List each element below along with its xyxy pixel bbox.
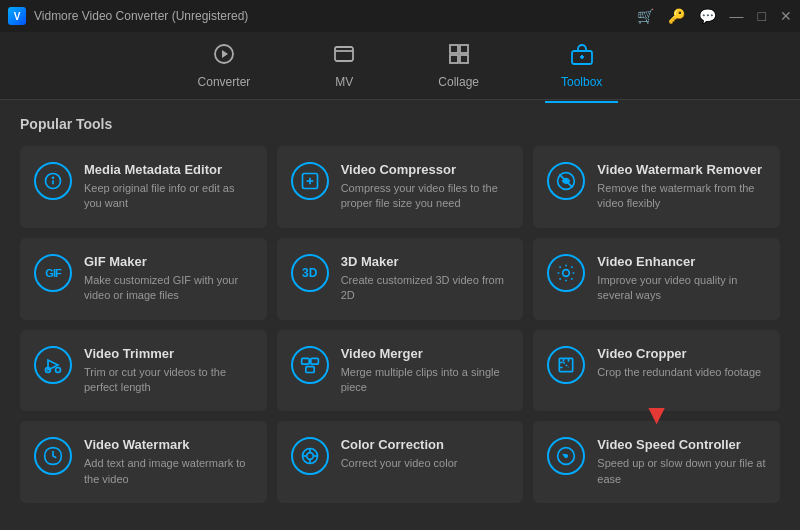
video-trimmer-icon: [34, 346, 72, 384]
svg-rect-5: [450, 55, 458, 63]
video-cropper-desc: Crop the redundant video footage: [597, 365, 761, 380]
svg-line-17: [560, 174, 573, 187]
svg-rect-22: [310, 358, 318, 364]
tools-grid: Media Metadata Editor Keep original file…: [20, 146, 780, 503]
gift-icon[interactable]: 🔑: [668, 8, 685, 24]
tool-card-3d-maker[interactable]: 3D 3D Maker Create customized 3D video f…: [277, 238, 524, 320]
minimize-icon[interactable]: —: [730, 8, 744, 24]
video-compressor-title: Video Compressor: [341, 162, 510, 177]
video-merger-desc: Merge multiple clips into a single piece: [341, 365, 510, 396]
svg-point-18: [563, 269, 570, 276]
nav-item-converter[interactable]: Converter: [182, 36, 267, 95]
media-metadata-text: Media Metadata Editor Keep original file…: [84, 162, 253, 212]
nav-item-collage[interactable]: Collage: [422, 36, 495, 95]
chat-icon[interactable]: 💬: [699, 8, 716, 24]
cart-icon[interactable]: 🛒: [637, 8, 654, 24]
video-watermark-text: Video Watermark Add text and image water…: [84, 437, 253, 487]
3d-maker-text: 3D Maker Create customized 3D video from…: [341, 254, 510, 304]
video-compressor-desc: Compress your video files to the proper …: [341, 181, 510, 212]
video-cropper-icon: [547, 346, 585, 384]
color-correction-icon: [291, 437, 329, 475]
tool-card-video-merger[interactable]: Video Merger Merge multiple clips into a…: [277, 330, 524, 412]
tool-card-video-watermark-remover[interactable]: Video Watermark Remover Remove the water…: [533, 146, 780, 228]
nav-bar: Converter MV Collage: [0, 32, 800, 100]
tool-card-video-compressor[interactable]: Video Compressor Compress your video fil…: [277, 146, 524, 228]
tool-card-video-trimmer[interactable]: Video Trimmer Trim or cut your videos to…: [20, 330, 267, 412]
gif-maker-title: GIF Maker: [84, 254, 253, 269]
video-trimmer-title: Video Trimmer: [84, 346, 253, 361]
tool-card-gif-maker[interactable]: GIF GIF Maker Make customized GIF with y…: [20, 238, 267, 320]
svg-rect-6: [460, 55, 468, 63]
main-content: Popular Tools Media Metadata Editor Keep…: [0, 100, 800, 530]
media-metadata-icon: [34, 162, 72, 200]
video-merger-text: Video Merger Merge multiple clips into a…: [341, 346, 510, 396]
color-correction-text: Color Correction Correct your video colo…: [341, 437, 458, 471]
video-cropper-title: Video Cropper: [597, 346, 761, 361]
video-cropper-text: Video Cropper Crop the redundant video f…: [597, 346, 761, 380]
toolbox-icon: [570, 42, 594, 71]
svg-rect-21: [301, 358, 309, 364]
nav-item-mv[interactable]: MV: [316, 36, 372, 95]
video-speed-controller-title: Video Speed Controller: [597, 437, 766, 452]
section-title: Popular Tools: [20, 116, 780, 132]
nav-mv-label: MV: [335, 75, 353, 89]
svg-point-32: [565, 455, 568, 458]
3d-maker-title: 3D Maker: [341, 254, 510, 269]
tool-card-video-enhancer[interactable]: Video Enhancer Improve your video qualit…: [533, 238, 780, 320]
video-watermark-remover-icon: [547, 162, 585, 200]
red-arrow-indicator: ▼: [643, 401, 671, 429]
color-correction-title: Color Correction: [341, 437, 458, 452]
tool-card-color-correction[interactable]: Color Correction Correct your video colo…: [277, 421, 524, 503]
app-title: Vidmore Video Converter (Unregistered): [34, 9, 248, 23]
video-enhancer-text: Video Enhancer Improve your video qualit…: [597, 254, 766, 304]
title-bar-left: V Vidmore Video Converter (Unregistered): [8, 7, 248, 25]
video-watermark-title: Video Watermark: [84, 437, 253, 452]
video-speed-controller-desc: Speed up or slow down your file at ease: [597, 456, 766, 487]
nav-collage-label: Collage: [438, 75, 479, 89]
collage-icon: [447, 42, 471, 71]
video-watermark-desc: Add text and image watermark to the vide…: [84, 456, 253, 487]
media-metadata-title: Media Metadata Editor: [84, 162, 253, 177]
nav-converter-label: Converter: [198, 75, 251, 89]
svg-rect-23: [305, 366, 313, 372]
tool-card-video-cropper[interactable]: Video Cropper Crop the redundant video f…: [533, 330, 780, 412]
close-icon[interactable]: ✕: [780, 8, 792, 24]
video-watermark-icon: [34, 437, 72, 475]
video-watermark-remover-title: Video Watermark Remover: [597, 162, 766, 177]
gif-maker-text: GIF Maker Make customized GIF with your …: [84, 254, 253, 304]
maximize-icon[interactable]: □: [758, 8, 766, 24]
title-bar: V Vidmore Video Converter (Unregistered)…: [0, 0, 800, 32]
3d-maker-desc: Create customized 3D video from 2D: [341, 273, 510, 304]
video-watermark-remover-desc: Remove the watermark from the video flex…: [597, 181, 766, 212]
nav-toolbox-label: Toolbox: [561, 75, 602, 89]
svg-point-27: [306, 453, 313, 460]
svg-point-20: [56, 367, 61, 372]
video-watermark-remover-text: Video Watermark Remover Remove the water…: [597, 162, 766, 212]
app-icon: V: [8, 7, 26, 25]
title-bar-right: 🛒 🔑 💬 — □ ✕: [637, 8, 792, 24]
video-merger-icon: [291, 346, 329, 384]
video-enhancer-desc: Improve your video quality in several wa…: [597, 273, 766, 304]
nav-item-toolbox[interactable]: Toolbox: [545, 36, 618, 95]
tool-card-video-watermark[interactable]: Video Watermark Add text and image water…: [20, 421, 267, 503]
svg-line-25: [564, 362, 569, 367]
video-enhancer-icon: [547, 254, 585, 292]
svg-rect-3: [450, 45, 458, 53]
3d-maker-icon: 3D: [291, 254, 329, 292]
video-merger-title: Video Merger: [341, 346, 510, 361]
video-speed-controller-text: Video Speed Controller Speed up or slow …: [597, 437, 766, 487]
converter-icon: [212, 42, 236, 71]
video-enhancer-title: Video Enhancer: [597, 254, 766, 269]
svg-marker-1: [222, 50, 228, 58]
tool-card-video-speed-controller[interactable]: Video Speed Controller Speed up or slow …: [533, 421, 780, 503]
gif-maker-icon: GIF: [34, 254, 72, 292]
color-correction-desc: Correct your video color: [341, 456, 458, 471]
video-compressor-text: Video Compressor Compress your video fil…: [341, 162, 510, 212]
video-compressor-icon: [291, 162, 329, 200]
svg-rect-2: [335, 47, 353, 61]
svg-rect-4: [460, 45, 468, 53]
media-metadata-desc: Keep original file info or edit as you w…: [84, 181, 253, 212]
tool-card-media-metadata-editor[interactable]: Media Metadata Editor Keep original file…: [20, 146, 267, 228]
gif-maker-desc: Make customized GIF with your video or i…: [84, 273, 253, 304]
mv-icon: [332, 42, 356, 71]
